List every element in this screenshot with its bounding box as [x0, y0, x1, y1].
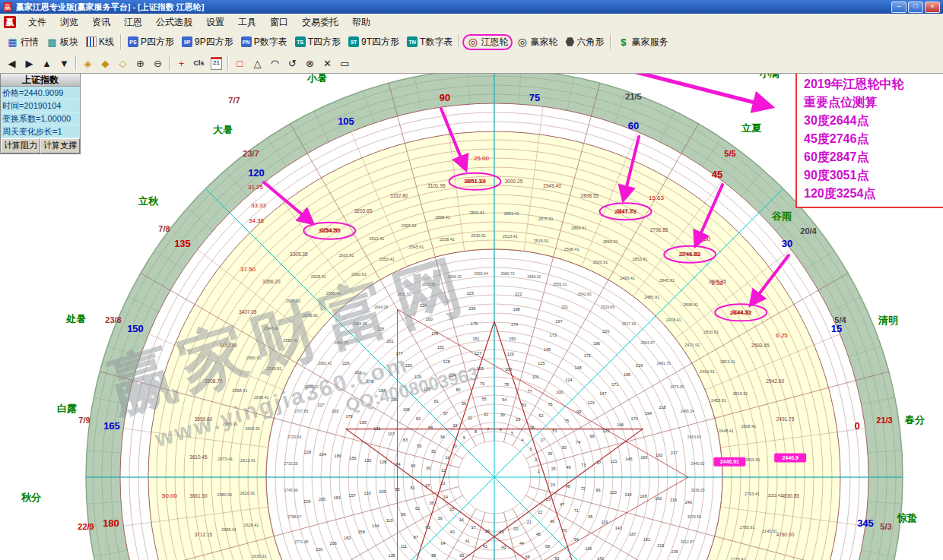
- svg-text:33: 33: [452, 423, 457, 428]
- menu-item-formula-stock-pick[interactable]: 公式选股: [149, 14, 199, 30]
- svg-text:167: 167: [629, 532, 636, 536]
- svg-text:2583.41: 2583.41: [283, 338, 298, 343]
- svg-text:35: 35: [431, 449, 436, 454]
- svg-text:12: 12: [441, 468, 446, 473]
- forward-button[interactable]: ▶: [21, 55, 37, 71]
- kline-button[interactable]: K线: [82, 34, 118, 50]
- menu-item-browse[interactable]: 浏览: [53, 14, 85, 30]
- selection-tool-button[interactable]: ▭: [337, 55, 353, 71]
- menu-item-help[interactable]: 帮助: [345, 14, 377, 30]
- hexagon-button[interactable]: 六角形: [561, 34, 608, 50]
- p-square-button[interactable]: PSP四方形: [124, 34, 178, 50]
- svg-text:65: 65: [459, 553, 464, 558]
- svg-text:70: 70: [562, 528, 567, 533]
- p-number-table-button[interactable]: PNP数字表: [237, 34, 291, 50]
- svg-text:27: 27: [540, 438, 545, 442]
- svg-text:45: 45: [712, 169, 722, 180]
- svg-text:178: 178: [367, 379, 373, 384]
- t-square-button[interactable]: TST四方形: [291, 34, 344, 50]
- winner-service-button[interactable]: $赢家服务: [614, 34, 672, 50]
- svg-text:153: 153: [405, 363, 412, 368]
- note-line: 120度3254点: [804, 185, 943, 203]
- menu-item-file[interactable]: 文件: [21, 14, 53, 30]
- market-button[interactable]: ▦行情: [3, 34, 43, 50]
- menu-item-window[interactable]: 窗口: [263, 14, 295, 30]
- svg-text:180: 180: [335, 454, 341, 458]
- maximize-button[interactable]: □: [908, 2, 923, 13]
- svg-text:48: 48: [566, 484, 570, 489]
- svg-text:2695.12: 2695.12: [305, 384, 319, 389]
- svg-text:119: 119: [601, 520, 608, 524]
- svg-text:2593.45: 2593.45: [751, 343, 770, 348]
- sector-button[interactable]: ▩板块: [43, 34, 82, 50]
- svg-text:3101.95: 3101.95: [427, 183, 446, 188]
- kline-button-label: K线: [99, 36, 114, 49]
- svg-text:25: 25: [551, 467, 556, 471]
- winner-wheel-button[interactable]: ◎赢家轮: [513, 34, 561, 50]
- svg-text:25.00: 25.00: [474, 155, 490, 162]
- zoom-in-button[interactable]: ⊕: [132, 55, 148, 71]
- svg-text:3407.05: 3407.05: [239, 309, 257, 315]
- t9-square-button[interactable]: 9T9T四方形: [344, 34, 403, 50]
- svg-text:31.25: 31.25: [248, 184, 264, 191]
- menu-item-tools[interactable]: 工具: [231, 14, 263, 30]
- calendar-icon: 21: [211, 57, 222, 70]
- rotate-tool-button[interactable]: ↺: [284, 55, 300, 71]
- diamond-right-button[interactable]: ◇: [115, 55, 131, 71]
- calc-support-button[interactable]: 计算支撑: [40, 138, 80, 153]
- menu-item-news[interactable]: 资讯: [85, 14, 117, 30]
- diamond-left-button[interactable]: ◈: [80, 55, 96, 71]
- rect-tool-button[interactable]: □: [232, 55, 248, 71]
- svg-text:19: 19: [500, 530, 504, 534]
- svg-text:57: 57: [443, 411, 448, 416]
- crosshair-button[interactable]: +: [173, 55, 189, 71]
- up-button[interactable]: ▲: [39, 55, 55, 71]
- arc-tool-button[interactable]: ◠: [267, 55, 283, 71]
- menu-item-trade-order[interactable]: 交易委托: [295, 14, 345, 30]
- svg-text:43: 43: [501, 545, 506, 549]
- svg-text:107: 107: [388, 432, 395, 436]
- svg-text:56: 56: [462, 401, 466, 406]
- svg-text:2491.75: 2491.75: [776, 416, 795, 422]
- svg-text:100: 100: [556, 390, 563, 394]
- svg-text:7: 7: [487, 427, 489, 432]
- svg-text:135: 135: [174, 238, 191, 249]
- svg-text:225: 225: [377, 327, 384, 331]
- svg-text:145: 145: [625, 457, 632, 461]
- svg-text:217: 217: [671, 451, 678, 455]
- p9-square-button[interactable]: 9P9P四方形: [178, 34, 237, 50]
- triangle-tool-button[interactable]: △: [249, 55, 265, 71]
- svg-text:81: 81: [434, 399, 439, 403]
- svg-text:2800.91: 2800.91: [745, 457, 760, 462]
- calendar-button[interactable]: 21: [208, 55, 224, 71]
- svg-text:73: 73: [581, 463, 586, 467]
- svg-text:37.50: 37.50: [240, 266, 256, 273]
- gann-wheel-button[interactable]: ◎江恩轮: [462, 34, 513, 50]
- menu-item-settings[interactable]: 设置: [199, 14, 231, 30]
- delete-tool-button[interactable]: ✕: [319, 55, 335, 71]
- t-number-table-button[interactable]: TNT数字表: [403, 34, 456, 50]
- calc-resistance-button[interactable]: 计算阻力: [1, 138, 40, 153]
- circle-cross-tool-button[interactable]: ⊗: [302, 55, 318, 71]
- zoom-out-button[interactable]: ⊖: [150, 55, 166, 71]
- menu-items: 文件浏览资讯江恩公式选股设置工具窗口交易委托帮助: [21, 14, 377, 30]
- svg-text:2593.44: 2593.44: [474, 271, 487, 276]
- svg-text:101: 101: [532, 375, 539, 379]
- filter-button[interactable]: ▼: [56, 55, 72, 71]
- svg-text:13: 13: [440, 481, 445, 486]
- cls-button[interactable]: Cls: [191, 55, 207, 71]
- back-button[interactable]: ◀: [4, 55, 20, 71]
- svg-text:2504.47: 2504.47: [640, 340, 654, 345]
- svg-text:118: 118: [585, 546, 592, 551]
- svg-text:2771.38: 2771.38: [294, 539, 308, 544]
- svg-text:105: 105: [338, 115, 354, 127]
- menu-item-gann[interactable]: 江恩: [117, 14, 149, 30]
- index-info-buttons: 计算阻力 计算支撑: [1, 138, 80, 153]
- diamond-button[interactable]: ◆: [97, 55, 113, 71]
- svg-text:219: 219: [636, 363, 643, 368]
- close-button[interactable]: ×: [925, 2, 940, 13]
- svg-text:30: 30: [500, 413, 505, 417]
- svg-text:34: 34: [440, 435, 445, 439]
- svg-text:2440.92: 2440.92: [691, 461, 704, 466]
- minimize-button[interactable]: –: [891, 2, 906, 13]
